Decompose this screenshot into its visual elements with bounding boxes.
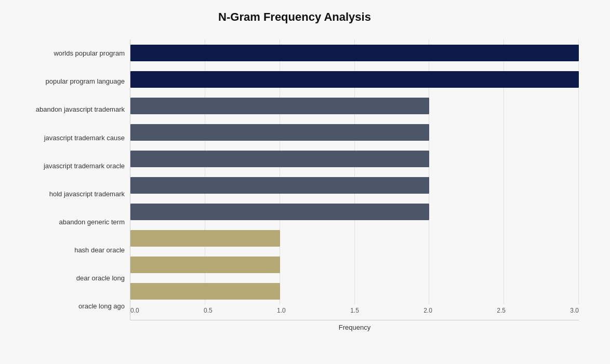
x-tick: 0.5 [204,307,213,314]
bar [130,151,429,167]
chart-area: worlds popular programpopular program la… [10,39,579,320]
bar-row [130,281,579,302]
bar [130,257,280,273]
x-axis: 0.00.51.01.52.02.53.0 [130,304,579,320]
x-tick: 1.0 [277,307,286,314]
bar [130,124,429,141]
y-label: oracle long ago [78,302,125,311]
y-label: abandon generic term [59,218,125,226]
y-label: hash dear oracle [74,246,125,254]
chart-title: N-Gram Frequency Analysis [10,10,579,24]
bar [130,230,280,247]
bar [130,283,280,300]
bar [130,71,579,88]
bar [130,45,579,61]
bar-row [130,228,579,249]
x-tick: 2.0 [423,307,432,314]
x-tick: 2.5 [497,307,506,314]
x-tick: 3.0 [570,307,579,314]
y-label: popular program language [46,77,125,86]
x-tick: 1.5 [350,307,359,314]
bars-area: 0.00.51.01.52.02.53.0 Frequency [130,39,579,320]
x-tick: 0.0 [130,307,139,314]
x-axis-label: Frequency [339,323,370,331]
bar-row [130,201,579,222]
chart-container: N-Gram Frequency Analysis worlds popular… [0,0,610,364]
bar-row [130,254,579,275]
bar [130,98,429,114]
bar [130,204,429,220]
bar-row [130,149,579,169]
y-label: javascript trademark oracle [44,162,125,170]
bar-row [130,96,579,116]
y-label: abandon javascript trademark [36,105,125,114]
y-label: hold javascript trademark [49,190,125,198]
y-label: dear oracle long [76,274,125,282]
bar-row [130,122,579,143]
y-axis: worlds popular programpopular program la… [10,39,130,320]
y-label: javascript trademark cause [44,134,125,142]
bar [130,177,429,194]
bar-row [130,43,579,63]
bar-row [130,175,579,196]
y-label: worlds popular program [54,49,125,58]
bar-row [130,69,579,90]
